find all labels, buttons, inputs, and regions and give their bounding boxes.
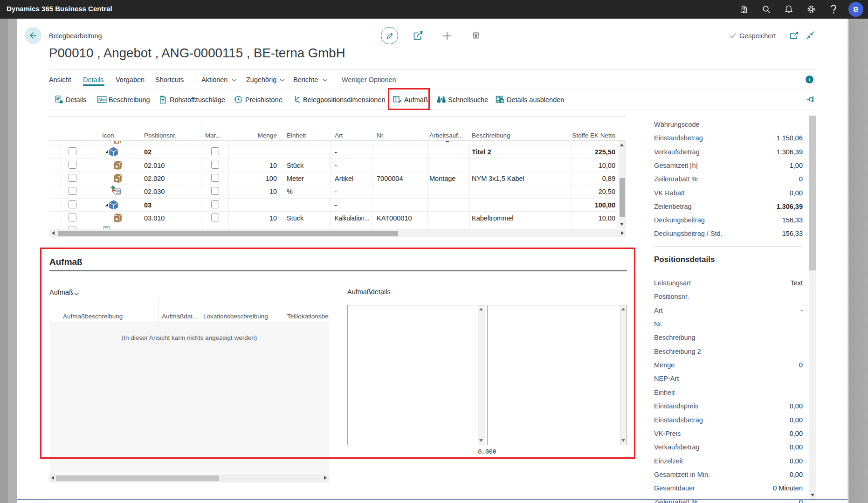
svg-text:Abc: Abc	[98, 97, 106, 102]
